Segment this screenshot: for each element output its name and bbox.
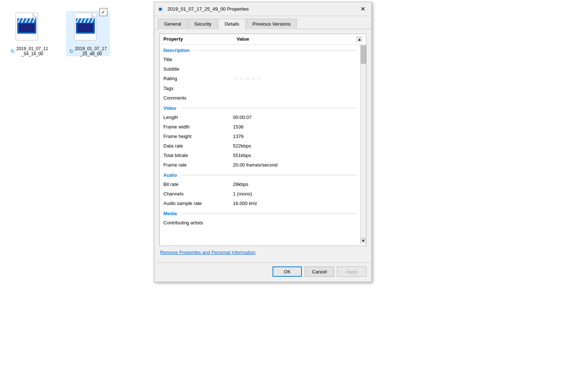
prop-name-frameheight: Frame height — [163, 134, 233, 139]
prop-row-audiosamplerate: Audio sample rate 16.000 kHz — [163, 198, 356, 208]
properties-dialog: 2019_01_07_17_25_49_00 Properties ✕ Gene… — [154, 2, 372, 282]
dialog-buttons: OK Cancel Apply — [154, 262, 371, 282]
prop-name-rating: Rating — [163, 76, 233, 81]
prop-row-rating: Rating ☆☆☆☆☆ — [163, 74, 356, 83]
scrollbar-down-button[interactable]: ▼ — [360, 238, 366, 243]
prop-row-framewidth: Frame width 1536 — [163, 122, 356, 131]
prop-value-framewidth: 1536 — [233, 124, 356, 130]
prop-name-contributing-artists: Contributing artists — [163, 220, 233, 225]
tab-previous-versions[interactable]: Previous Versions — [246, 19, 297, 29]
section-description: Description — [163, 45, 356, 55]
selection-checkbox: ✓ — [99, 8, 107, 16]
prop-row-contributing-artists: Contributing artists — [163, 218, 356, 227]
prop-name-datarate: Data rate — [163, 143, 233, 149]
section-video: Video — [163, 102, 356, 112]
properties-table: Property Value ▲ Description Title — [159, 34, 366, 246]
prop-name-title: Title — [163, 57, 233, 62]
file-label-2: ↻ 2019_01_07_17_25_49_00 — [69, 46, 107, 56]
file-icon-1[interactable]: ↻ 2019_01_07_11_54_14_00 — [7, 11, 51, 56]
prop-row-subtitle: Subtitle — [163, 64, 356, 74]
dialog-overlay: 2019_01_07_17_25_49_00 Properties ✕ Gene… — [150, 0, 377, 366]
sync-icon-2: ↻ — [69, 48, 74, 54]
prop-row-length: Length 00:00:07 — [163, 112, 356, 122]
scrollbar-thumb[interactable] — [361, 45, 366, 64]
prop-row-frameheight: Frame height 1376 — [163, 131, 356, 141]
column-header-property: Property — [163, 36, 237, 42]
prop-value-datarate: 522kbps — [233, 143, 356, 149]
prop-value-framerate: 20.00 frames/second — [233, 162, 356, 168]
tab-security[interactable]: Security — [188, 19, 218, 29]
prop-value-channels: 1 (mono) — [233, 191, 356, 197]
prop-row-framerate: Frame rate 20.00 frames/second — [163, 160, 356, 169]
tab-general[interactable]: General — [158, 19, 187, 29]
dialog-icon — [158, 6, 164, 12]
desktop-area: ↻ 2019_01_07_11_54_14_00 ✓ ↻ 2019_01_07_… — [0, 0, 150, 377]
prop-row-comments: Comments — [163, 93, 356, 102]
prop-name-bitrate: Bit rate — [163, 182, 233, 187]
dialog-tabs: General Security Details Previous Versio… — [154, 16, 371, 29]
prop-value-audiosamplerate: 16.000 kHz — [233, 201, 356, 206]
table-body: Description Title Subtitle Rating ☆☆☆☆☆ — [160, 45, 360, 231]
tab-content-details: Property Value ▲ Description Title — [154, 29, 371, 262]
dialog-title: 2019_01_07_17_25_49_00 Properties — [167, 6, 249, 12]
prop-name-subtitle: Subtitle — [163, 66, 233, 72]
file-icon-image-1 — [13, 11, 46, 44]
column-header-value: Value — [237, 36, 356, 42]
section-audio: Audio — [163, 169, 356, 179]
section-media: Media — [163, 208, 356, 218]
svg-rect-8 — [19, 23, 35, 32]
prop-name-totalbitrate: Total bitrate — [163, 153, 233, 158]
prop-name-audiosamplerate: Audio sample rate — [163, 201, 233, 206]
prop-row-datarate: Data rate 522kbps — [163, 141, 356, 150]
prop-value-rating: ☆☆☆☆☆ — [233, 75, 356, 82]
file-name-2: 2019_01_07_17_25_49_00 — [75, 46, 107, 56]
prop-row-title: Title — [163, 55, 356, 64]
file-icon-2[interactable]: ✓ ↻ 2019_01_07_17_25_49_00 — [66, 11, 110, 56]
svg-rect-20 — [159, 8, 162, 9]
prop-name-framewidth: Frame width — [163, 124, 233, 130]
scrollbar-track: ▼ — [360, 45, 366, 243]
prop-row-totalbitrate: Total bitrate 551kbps — [163, 150, 356, 160]
prop-name-framerate: Frame rate — [163, 162, 233, 168]
cancel-button[interactable]: Cancel — [305, 266, 334, 277]
prop-value-bitrate: 28kbps — [233, 182, 356, 187]
titlebar-left: 2019_01_07_17_25_49_00 Properties — [158, 6, 249, 12]
scrollbar-up-button[interactable]: ▲ — [356, 36, 362, 42]
prop-row-tags: Tags — [163, 83, 356, 93]
sync-icon-1: ↻ — [11, 48, 15, 54]
prop-value-totalbitrate: 551kbps — [233, 153, 356, 158]
prop-value-frameheight: 1376 — [233, 134, 356, 139]
file-name-1: 2019_01_07_11_54_14_00 — [16, 46, 48, 56]
close-button[interactable]: ✕ — [358, 4, 368, 14]
apply-button[interactable]: Apply — [337, 266, 366, 277]
table-scroll-wrapper: Description Title Subtitle Rating ☆☆☆☆☆ — [160, 45, 366, 243]
prop-name-comments: Comments — [163, 95, 233, 101]
prop-row-channels: Channels 1 (mono) — [163, 189, 356, 198]
tab-details[interactable]: Details — [218, 19, 245, 29]
table-header: Property Value ▲ — [160, 34, 366, 45]
file-icon-image-2: ✓ — [71, 11, 104, 44]
file-label-1: ↻ 2019_01_07_11_54_14_00 — [11, 46, 48, 56]
remove-properties-link[interactable]: Remove Properties and Personal Informati… — [160, 250, 366, 255]
dialog-titlebar: 2019_01_07_17_25_49_00 Properties ✕ — [154, 2, 371, 16]
prop-row-bitrate: Bit rate 28kbps — [163, 179, 356, 189]
svg-rect-17 — [77, 23, 93, 32]
prop-value-length: 00:00:07 — [233, 115, 356, 120]
prop-name-tags: Tags — [163, 86, 233, 91]
prop-name-length: Length — [163, 115, 233, 120]
ok-button[interactable]: OK — [273, 266, 302, 277]
prop-name-channels: Channels — [163, 191, 233, 197]
